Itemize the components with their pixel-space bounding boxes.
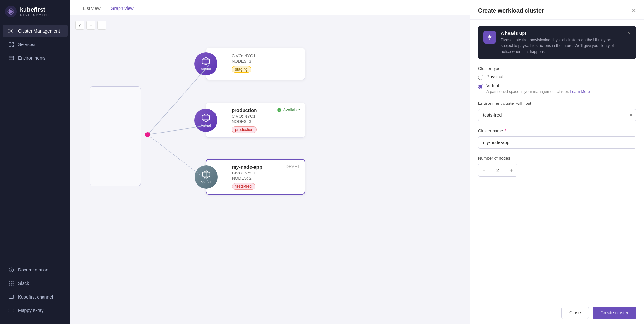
card-title-my-node-app: my-node-app xyxy=(232,164,262,170)
logo-area: kubefirst DEVELOPMENT xyxy=(0,0,70,21)
virtual-label-staging: Virtual xyxy=(201,67,211,71)
sidebar-label-slack: Slack xyxy=(18,281,29,286)
card-provider-staging: CIVO: NYC1 xyxy=(232,54,300,58)
sidebar-label-services: Services xyxy=(18,42,35,47)
sidebar-item-slack[interactable]: Slack xyxy=(3,277,68,290)
alert-box: A heads up! Please note that provisionin… xyxy=(478,26,636,59)
sidebar-item-cluster-management[interactable]: Cluster Management xyxy=(3,25,68,37)
svg-rect-12 xyxy=(12,42,14,44)
card-badge-my-node-app: tests-fred xyxy=(232,183,255,190)
sidebar-item-services[interactable]: Services xyxy=(3,38,68,51)
sidebar-item-documentation[interactable]: Documentation xyxy=(3,263,68,276)
nodes-increment-button[interactable]: + xyxy=(505,164,517,176)
alert-content: A heads up! Please note that provisionin… xyxy=(501,31,623,54)
tab-list-view[interactable]: List view xyxy=(78,2,106,15)
cluster-management-icon xyxy=(8,28,14,34)
panel-body: A heads up! Please note that provisionin… xyxy=(470,20,644,301)
virtual-circle-my-node-app: Virtual xyxy=(195,165,218,189)
panel-footer: Close Create cluster xyxy=(470,301,644,324)
nodes-decrement-button[interactable]: − xyxy=(478,164,490,176)
radio-physical-label-block: Physical xyxy=(486,74,503,79)
svg-marker-38 xyxy=(488,34,492,40)
radio-physical[interactable]: Physical xyxy=(478,74,636,80)
svg-rect-26 xyxy=(9,285,10,286)
radio-virtual-desc: A partitioned space in your management c… xyxy=(486,89,590,94)
learn-more-link[interactable]: Learn More xyxy=(570,89,590,94)
card-status-draft: DRAFT xyxy=(286,164,300,169)
card-provider-my-node-app: CIVO: NYC1 xyxy=(232,171,300,175)
cluster-name-section: Cluster name * xyxy=(478,128,636,149)
required-star: * xyxy=(505,128,506,133)
documentation-icon xyxy=(8,267,14,273)
card-provider-production: CIVO: NYC1 xyxy=(232,114,300,119)
sidebar-item-flappy-kray[interactable]: Flappy K-ray xyxy=(3,304,68,317)
svg-rect-28 xyxy=(13,285,14,286)
alert-close-button[interactable]: ✕ xyxy=(627,31,631,36)
radio-virtual-label: Virtual xyxy=(486,83,590,88)
zoom-out-button[interactable]: − xyxy=(97,21,106,30)
radio-virtual[interactable]: Virtual A partitioned space in your mana… xyxy=(478,83,636,94)
cluster-name-input[interactable] xyxy=(478,136,636,149)
card-title-production: production xyxy=(232,107,257,113)
tabs-bar: List view Graph view xyxy=(70,0,470,15)
sidebar-nav: Cluster Management Services Environments xyxy=(0,21,70,259)
svg-rect-15 xyxy=(9,56,14,60)
nodes-stepper: − 2 + xyxy=(478,164,517,177)
right-panel: Create workload cluster ✕ A heads up! Pl… xyxy=(470,0,644,324)
svg-rect-11 xyxy=(9,42,11,44)
logo-text: kubefirst DEVELOPMENT xyxy=(20,6,50,17)
radio-physical-input[interactable] xyxy=(478,75,483,80)
nodes-section: Number of nodes − 2 + xyxy=(478,156,636,177)
svg-rect-20 xyxy=(9,281,10,282)
panel-close-button[interactable]: ✕ xyxy=(631,7,636,14)
svg-rect-14 xyxy=(12,45,14,47)
card-nodes-my-node-app: NODES: 2 xyxy=(232,176,300,181)
cluster-card-production[interactable]: Virtual production Available CIVO: NYC1 … xyxy=(206,103,305,138)
sidebar-item-environments[interactable]: Environments xyxy=(3,52,68,64)
sidebar-label-environments: Environments xyxy=(18,55,46,61)
tab-graph-view[interactable]: Graph view xyxy=(106,2,139,15)
kubefirst-channel-icon xyxy=(8,294,14,300)
svg-rect-23 xyxy=(9,283,10,284)
radio-virtual-label-block: Virtual A partitioned space in your mana… xyxy=(486,83,590,94)
cube-icon-production xyxy=(201,113,210,122)
zoom-in-button[interactable]: + xyxy=(86,21,95,30)
create-cluster-button[interactable]: Create cluster xyxy=(593,307,636,319)
cluster-card-staging[interactable]: Virtual CIVO: NYC1 NODES: 3 staging xyxy=(206,48,305,80)
alert-title: A heads up! xyxy=(501,31,623,36)
expand-button[interactable]: ⤢ xyxy=(75,21,84,30)
svg-rect-33 xyxy=(9,311,14,312)
kubefirst-logo-icon xyxy=(5,6,17,17)
app-name: kubefirst xyxy=(20,6,50,13)
cluster-name-label: Cluster name * xyxy=(478,128,636,133)
card-badge-production: production xyxy=(232,126,257,133)
panel-title: Create workload cluster xyxy=(478,7,544,14)
lightning-icon xyxy=(486,34,493,41)
flappy-kray-icon xyxy=(8,308,14,313)
svg-rect-21 xyxy=(11,281,12,282)
alert-icon xyxy=(483,31,496,44)
virtual-circle-staging: Virtual xyxy=(194,52,217,75)
card-header-production: production Available xyxy=(232,107,300,113)
cube-icon-my-node-app xyxy=(202,170,211,179)
svg-rect-29 xyxy=(9,295,14,299)
svg-rect-27 xyxy=(11,285,12,286)
management-cluster-box xyxy=(90,86,141,186)
alert-text: Please note that provisioning physical c… xyxy=(501,37,623,54)
virtual-circle-production: Virtual xyxy=(194,109,217,132)
slack-icon xyxy=(8,280,14,286)
panel-header: Create workload cluster ✕ xyxy=(470,0,644,20)
env-cluster-select[interactable]: tests-fred xyxy=(478,109,636,121)
sidebar-item-kubefirst-channel[interactable]: Kubefirst channel xyxy=(3,290,68,303)
main-content: List view Graph view ⤢ + − xyxy=(70,0,470,324)
status-available: Available xyxy=(277,107,300,112)
radio-virtual-input[interactable] xyxy=(478,84,483,89)
app-env: DEVELOPMENT xyxy=(20,13,50,17)
graph-area: ⤢ + − Virtual xyxy=(70,15,470,324)
close-button[interactable]: Close xyxy=(561,307,589,319)
cluster-type-section: Cluster type Physical Virtual A partitio… xyxy=(478,66,636,94)
card-nodes-staging: NODES: 3 xyxy=(232,59,300,64)
env-select-wrapper: tests-fred ▾ xyxy=(478,109,636,121)
cluster-card-my-node-app[interactable]: Virtual my-node-app DRAFT CIVO: NYC1 NOD… xyxy=(206,159,305,195)
svg-rect-13 xyxy=(9,45,11,47)
